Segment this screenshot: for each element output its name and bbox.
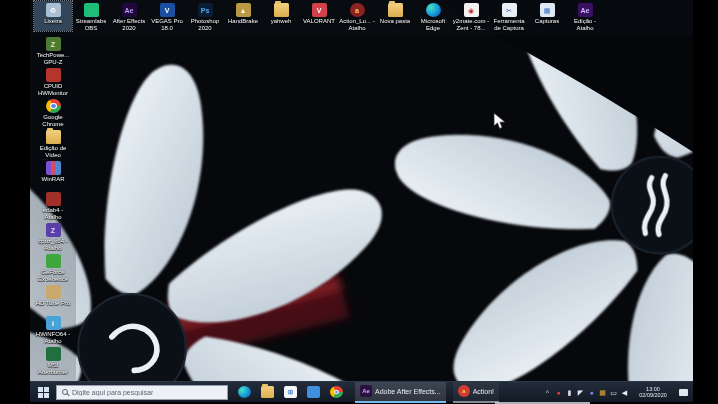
desktop-icon-yahweh-folder[interactable]: yahweh — [262, 1, 300, 31]
desktop-icon-label: Lixeira — [34, 18, 72, 25]
taskbar-app-label: Adobe After Effects... — [375, 388, 441, 395]
action-icon: a — [458, 385, 470, 397]
desktop-icon-cpuz-x64-shortcut[interactable]: Zcpuz_x64 - Atalho — [34, 222, 72, 253]
lixeira-icon: ♻ — [46, 3, 61, 17]
handbrake-icon: ▲ — [236, 3, 251, 17]
taskbar-clock[interactable]: 13:00 02/09/2020 — [634, 386, 672, 399]
wallpaper-fans — [30, 0, 693, 402]
after-effects-shortcut-icon: Ae — [578, 3, 593, 17]
taskbar-search-box[interactable]: Digite aqui para pesquisar — [56, 385, 228, 400]
desktop-icon-label: Edição de Vídeo — [34, 145, 72, 158]
volume-icon[interactable]: ◀ — [619, 384, 630, 400]
letterbox-right — [693, 0, 718, 404]
desktop-icon-label: TechPowe... GPU-Z — [34, 52, 72, 65]
open-apps: AeAdobe After Effects...aAction! — [348, 382, 499, 403]
desktop-icon-valorant[interactable]: VVALORANT — [300, 1, 338, 31]
desktop-icon-label: Streamlabs OBS — [72, 18, 110, 31]
desktop-icon-handbrake[interactable]: ▲HandBrake — [224, 1, 262, 31]
desktop-icon-streamlabs-obs[interactable]: Streamlabs OBS — [72, 1, 110, 31]
taskbar-app-label: Action! — [473, 388, 494, 395]
blue-folder-icon — [307, 386, 320, 398]
desktop-icon-label: y2mate.com - Zent - 78... — [452, 18, 490, 31]
hd-tune-icon — [46, 285, 61, 299]
windows-logo-icon — [38, 387, 49, 398]
gpu-z-icon: Z — [46, 37, 61, 51]
pinned-apps: ⊞ — [233, 382, 348, 403]
desktop-icon-after-effects-shortcut[interactable]: AeEdição - Atalho — [566, 1, 604, 31]
desktop-icon-label: yahweh — [262, 18, 300, 25]
edge-icon — [238, 386, 251, 398]
ferramenta-de-captura-icon: ✂ — [502, 3, 517, 17]
desktop-icon-geforce-experience[interactable]: GeForce Experience — [34, 253, 72, 284]
geforce-experience-icon — [46, 254, 61, 268]
desktop-icon-google-chrome[interactable]: Google Chrome — [34, 98, 72, 129]
pointer-icon[interactable]: ◤ — [575, 384, 586, 400]
microphone-icon[interactable]: ▮ — [564, 384, 575, 400]
cpuz-x64-shortcut-icon: Z — [46, 223, 61, 237]
taskbar-pinned-blue-folder[interactable] — [302, 382, 325, 403]
taskbar-app-after-effects[interactable]: AeAdobe After Effects... — [355, 382, 446, 403]
microsoft-edge-icon — [426, 3, 441, 17]
discord-icon[interactable]: ● — [586, 384, 597, 400]
desktop-icon-ferramenta-de-captura[interactable]: ✂Ferramenta de Captura — [490, 1, 528, 31]
edab4-shortcut-icon — [46, 192, 61, 206]
desktop-icon-label: HandBrake — [224, 18, 262, 25]
desktop-icon-label: HWiNFO64 - Atalho — [34, 331, 72, 344]
desktop-icon-gpu-z[interactable]: ZTechPowe... GPU-Z — [34, 36, 72, 67]
desktop-icon-microsoft-edge[interactable]: Microsoft Edge — [414, 1, 452, 31]
cpuid-hwmonitor-icon — [46, 68, 61, 82]
display-icon[interactable]: ▭ — [608, 384, 619, 400]
tray-icons: ^●▮◤●▦▭◀ — [542, 384, 630, 400]
desktop-icon-label: Nova pasta — [376, 18, 414, 25]
taskbar: Digite aqui para pesquisar ⊞ AeAdobe Aft… — [30, 381, 693, 402]
desktop: ♻LixeiraStreamlabs OBSAeAfter Effects 20… — [30, 0, 693, 404]
notification-center-button[interactable] — [676, 384, 691, 400]
desktop-icon-label: Google Chrome — [34, 114, 72, 127]
action-recorder-icon[interactable]: ● — [553, 384, 564, 400]
taskbar-pinned-microsoft-store[interactable]: ⊞ — [279, 382, 302, 403]
streamlabs-obs-icon — [84, 3, 99, 17]
desktop-icon-photoshop-2020[interactable]: PsPhotoshop 2020 — [186, 1, 224, 31]
desktop-icon-y2mate-video[interactable]: ◉y2mate.com - Zent - 78... — [452, 1, 490, 31]
taskbar-pinned-file-explorer[interactable] — [256, 382, 279, 403]
yahweh-folder-icon — [274, 3, 289, 17]
chrome-icon — [330, 386, 343, 398]
edicao-de-video-folder-icon — [46, 130, 61, 144]
taskbar-app-action[interactable]: aAction! — [453, 382, 499, 403]
desktop-icon-label: MSI Afterburner — [34, 362, 72, 375]
desktop-icon-label: CPUID HWMonitor — [34, 83, 72, 96]
desktop-icon-vegas-pro[interactable]: VVEGAS Pro 18.0 — [148, 1, 186, 31]
desktop-icon-label: Ferramenta de Captura — [490, 18, 528, 31]
desktop-icon-label: Action_Lo... - Atalho — [338, 18, 376, 31]
desktop-icon-capturas[interactable]: ▦Capturas — [528, 1, 566, 31]
desktop-icon-label: After Effects 2020 — [110, 18, 148, 31]
desktop-icon-label: Capturas — [528, 18, 566, 25]
mouse-cursor — [493, 112, 507, 130]
start-button[interactable] — [30, 382, 56, 403]
desktop-icon-edab4-shortcut[interactable]: edab4 - Atalho — [34, 191, 72, 222]
desktop-icon-nova-pasta-folder[interactable]: Nova pasta — [376, 1, 414, 31]
taskbar-pinned-chrome[interactable] — [325, 382, 348, 403]
desktop-icon-lixeira[interactable]: ♻Lixeira — [34, 1, 72, 31]
search-placeholder: Digite aqui para pesquisar — [72, 389, 153, 396]
desktop-icon-hwinfo64-shortcut[interactable]: iHWiNFO64 - Atalho — [34, 315, 72, 346]
desktop-icon-msi-afterburner[interactable]: MSI Afterburner — [34, 346, 72, 377]
audio-mixer-icon[interactable]: ▦ — [597, 384, 608, 400]
desktop-icon-after-effects-2020[interactable]: AeAfter Effects 2020 — [110, 1, 148, 31]
desktop-icon-label: WinRAR — [34, 176, 72, 183]
nova-pasta-folder-icon — [388, 3, 403, 17]
microsoft-store-icon: ⊞ — [284, 386, 297, 398]
search-icon — [62, 389, 68, 395]
capturas-icon: ▦ — [540, 3, 555, 17]
taskbar-pinned-edge[interactable] — [233, 382, 256, 403]
desktop-icon-action-shortcut[interactable]: aAction_Lo... - Atalho — [338, 1, 376, 31]
desktop-icon-label: GeForce Experience — [34, 269, 72, 282]
desktop-icon-winrar[interactable]: WinRAR — [34, 160, 72, 191]
desktop-icon-cpuid-hwmonitor[interactable]: CPUID HWMonitor — [34, 67, 72, 98]
notification-icon — [679, 389, 688, 396]
video-frame: ♻LixeiraStreamlabs OBSAeAfter Effects 20… — [0, 0, 718, 404]
desktop-icon-hd-tune[interactable]: HD Tune Pro — [34, 284, 72, 315]
action-shortcut-icon: a — [350, 3, 365, 17]
desktop-icon-edicao-de-video-folder[interactable]: Edição de Vídeo — [34, 129, 72, 160]
tray-expand-icon[interactable]: ^ — [542, 384, 553, 400]
